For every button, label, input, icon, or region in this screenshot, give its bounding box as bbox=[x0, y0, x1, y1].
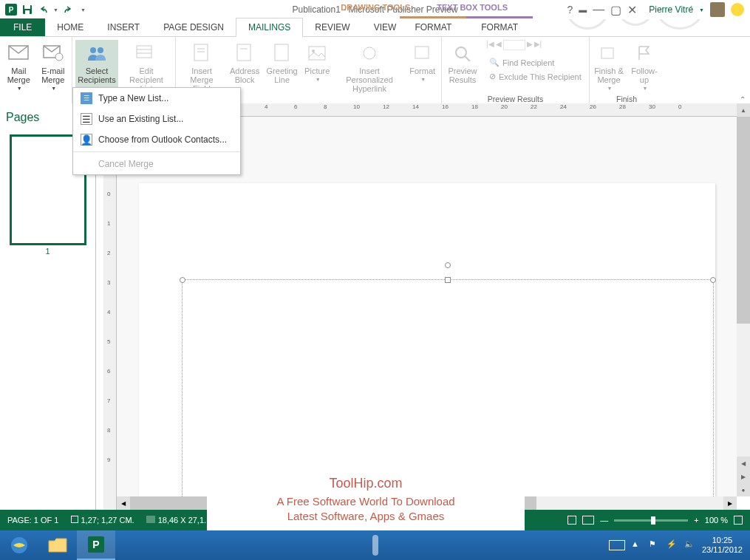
exclude-recipient-button[interactable]: ⊘Exclude This Recipient bbox=[486, 70, 584, 83]
action-center-icon[interactable]: ⚑ bbox=[649, 539, 661, 551]
next-record-icon[interactable]: ▶ bbox=[527, 40, 533, 50]
power-icon[interactable]: ⚡ bbox=[667, 539, 678, 551]
svg-rect-11 bbox=[194, 44, 208, 61]
ribbon-display-icon[interactable]: ▬ bbox=[579, 5, 587, 14]
follow-up-button[interactable]: Follow- up▼ bbox=[628, 40, 661, 93]
fit-page-icon[interactable] bbox=[734, 516, 743, 525]
zoom-level[interactable]: 100 % bbox=[705, 516, 728, 525]
avatar[interactable] bbox=[710, 2, 725, 17]
volume-icon[interactable]: 🔈 bbox=[684, 539, 696, 551]
list-edit-icon bbox=[134, 41, 158, 65]
next-page-icon[interactable]: ▶ bbox=[737, 470, 750, 483]
envelope-icon bbox=[7, 41, 30, 65]
system-tray: ▲ ⚑ ⚡ 🔈 10:25 23/11/2012 bbox=[609, 530, 750, 560]
resize-handle-tl[interactable] bbox=[180, 277, 185, 283]
prev-record-icon[interactable]: ◀ bbox=[496, 40, 502, 50]
qat-customize-icon[interactable]: ▼ bbox=[81, 7, 86, 13]
taskbar-publisher[interactable]: P bbox=[77, 530, 115, 560]
maximize-icon[interactable]: ▢ bbox=[610, 3, 621, 17]
select-recipients-dropdown: ☰ Type a New List... ☰ Use an Existing L… bbox=[72, 87, 241, 175]
format-button[interactable]: Format▼ bbox=[406, 40, 438, 84]
vertical-scrollbar[interactable]: ▲ ▼ bbox=[737, 103, 750, 496]
finish-icon bbox=[597, 41, 621, 65]
canvas-area[interactable] bbox=[117, 117, 737, 510]
greeting-line-button[interactable]: Greeting Line bbox=[265, 40, 299, 86]
user-name[interactable]: Pierre Vitré bbox=[649, 4, 693, 15]
view-two-page-icon[interactable] bbox=[582, 516, 594, 525]
user-dropdown-icon[interactable]: ▼ bbox=[699, 7, 704, 13]
greeting-icon bbox=[270, 41, 294, 65]
vertical-ruler[interactable]: 0 1 2 3 4 5 6 7 8 9 bbox=[103, 117, 117, 510]
zoom-out-icon[interactable]: — bbox=[600, 516, 608, 525]
taskbar-explorer[interactable] bbox=[38, 530, 77, 560]
tab-review[interactable]: REVIEW bbox=[303, 18, 361, 36]
email-merge-button[interactable]: E-mail Merge▼ bbox=[38, 40, 69, 93]
menu-use-existing-list[interactable]: ☰ Use an Existing List... bbox=[73, 109, 240, 129]
tab-mailings[interactable]: MAILINGS bbox=[236, 18, 303, 37]
tray-clock[interactable]: 10:25 23/11/2012 bbox=[702, 536, 743, 555]
mail-merge-button[interactable]: Mail Merge▼ bbox=[3, 40, 35, 93]
app-icon[interactable]: P bbox=[4, 3, 18, 16]
undo-button[interactable] bbox=[37, 3, 50, 16]
first-record-icon[interactable]: |◀ bbox=[486, 40, 494, 50]
tray-expand-icon[interactable]: ▲ bbox=[631, 539, 643, 551]
svg-point-19 bbox=[364, 47, 375, 59]
tab-insert[interactable]: INSERT bbox=[95, 18, 151, 36]
tab-drawing-format[interactable]: FORMAT bbox=[400, 16, 466, 36]
rotate-handle[interactable] bbox=[445, 262, 451, 268]
taskbar: P ▲ ⚑ ⚡ 🔈 10:25 23/11/2012 bbox=[0, 530, 750, 560]
insert-hyperlink-button[interactable]: Insert Personalized Hyperlink bbox=[335, 40, 404, 95]
minimize-icon[interactable]: — bbox=[593, 3, 604, 16]
select-recipients-button[interactable]: Select Recipients▼ bbox=[75, 40, 118, 93]
view-single-icon[interactable] bbox=[567, 516, 576, 525]
tab-textbox-format[interactable]: FORMAT bbox=[466, 16, 533, 36]
save-button[interactable] bbox=[21, 3, 34, 16]
existing-list-icon: ☰ bbox=[81, 113, 92, 125]
svg-rect-17 bbox=[309, 47, 325, 60]
finish-merge-button[interactable]: Finish & Merge▼ bbox=[593, 40, 625, 93]
tab-home[interactable]: HOME bbox=[45, 18, 95, 36]
close-icon[interactable]: ✕ bbox=[627, 3, 637, 17]
svg-point-21 bbox=[456, 47, 466, 58]
svg-rect-16 bbox=[275, 44, 288, 61]
picture-icon bbox=[305, 41, 329, 65]
find-recipient-button[interactable]: 🔍Find Recipient bbox=[486, 56, 584, 69]
help-icon[interactable]: ? bbox=[567, 4, 573, 16]
page-canvas[interactable] bbox=[139, 183, 715, 510]
redo-button[interactable] bbox=[61, 3, 75, 16]
scroll-left-icon[interactable]: ◀ bbox=[117, 496, 130, 510]
scroll-up-icon[interactable]: ▲ bbox=[737, 103, 750, 117]
resize-handle-tm[interactable] bbox=[445, 277, 451, 283]
tab-page-design[interactable]: PAGE DESIGN bbox=[151, 18, 236, 36]
chevron-down-icon: ▼ bbox=[643, 86, 648, 92]
status-page[interactable]: PAGE: 1 OF 1 bbox=[7, 516, 59, 525]
taskbar-handle[interactable] bbox=[372, 535, 378, 556]
contextual-tab-textbox: TEXT BOX TOOLS bbox=[423, 0, 521, 15]
title-bar: P ▼ ▼ Publication1 - Microsoft Publisher… bbox=[0, 0, 750, 19]
prev-page-icon[interactable]: ◀ bbox=[737, 457, 750, 470]
contextual-tab-drawing: DRAWING TOOLS bbox=[327, 0, 423, 15]
last-record-icon[interactable]: ▶| bbox=[534, 40, 542, 50]
preview-results-button[interactable]: Preview Results bbox=[445, 40, 480, 86]
address-block-button[interactable]: Address Block bbox=[228, 40, 262, 86]
scroll-thumb[interactable] bbox=[737, 117, 750, 324]
feedback-icon[interactable] bbox=[731, 3, 744, 16]
record-input[interactable] bbox=[503, 40, 525, 50]
watermark: ToolHip.com A Free Software World To Dow… bbox=[207, 468, 525, 530]
menu-outlook-contacts[interactable]: 👤 Choose from Outlook Contacts... bbox=[73, 129, 240, 150]
undo-dropdown-icon[interactable]: ▼ bbox=[53, 7, 58, 13]
collapse-ribbon-icon[interactable]: ⌃ bbox=[740, 95, 746, 103]
scroll-right-icon[interactable]: ▶ bbox=[723, 496, 737, 510]
keyboard-icon[interactable] bbox=[609, 540, 625, 550]
picture-button[interactable]: Picture▼ bbox=[302, 40, 333, 84]
zoom-slider[interactable] bbox=[614, 519, 688, 522]
svg-rect-14 bbox=[237, 44, 250, 61]
nav-browse-icon[interactable]: ● bbox=[737, 483, 750, 496]
status-position: 1,27; 1,27 CM. bbox=[71, 516, 134, 525]
zoom-in-icon[interactable]: + bbox=[694, 516, 698, 525]
tab-file[interactable]: FILE bbox=[0, 18, 45, 36]
resize-handle-tr[interactable] bbox=[710, 277, 716, 283]
svg-point-7 bbox=[98, 47, 103, 53]
taskbar-ie[interactable] bbox=[0, 530, 38, 560]
menu-type-new-list[interactable]: ☰ Type a New List... bbox=[73, 88, 240, 109]
